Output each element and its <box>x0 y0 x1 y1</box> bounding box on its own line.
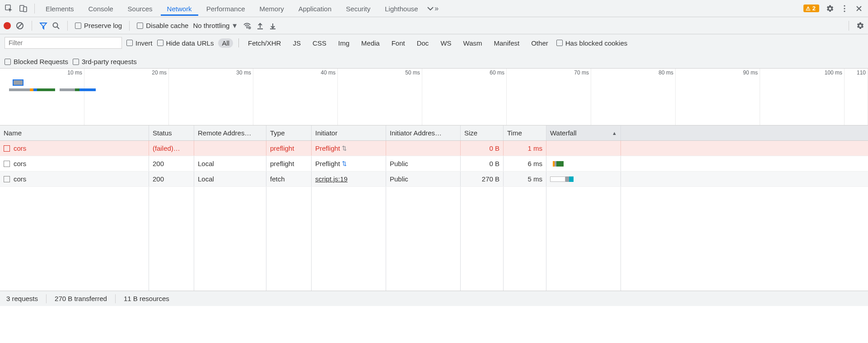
col-status[interactable]: Status <box>149 125 194 140</box>
third-party-checkbox[interactable]: 3rd-party requests <box>73 58 137 65</box>
request-size: 0 B <box>461 141 504 156</box>
request-status: 200 <box>149 172 194 186</box>
col-remote[interactable]: Remote Addres… <box>194 125 266 140</box>
disable-cache-checkbox[interactable]: Disable cache <box>137 22 188 29</box>
svg-point-4 <box>844 8 845 9</box>
type-filter-fetchxhr[interactable]: Fetch/XHR <box>244 38 285 48</box>
overview-bar <box>33 88 37 91</box>
table-row[interactable]: cors 200 Local fetch script.js:19 Public… <box>0 172 868 187</box>
settings-icon[interactable] <box>824 2 836 15</box>
ov-tick: 50 ms <box>405 70 420 76</box>
filter-input[interactable] <box>5 37 122 49</box>
col-initiator[interactable]: Initiator <box>312 125 386 140</box>
col-waterfall-pad <box>621 125 868 140</box>
tab-application[interactable]: Application <box>292 1 338 16</box>
divider <box>34 4 35 14</box>
has-blocked-cookies-label: Has blocked cookies <box>565 39 628 47</box>
tab-performance[interactable]: Performance <box>200 1 252 16</box>
col-initiator-addr[interactable]: Initiator Addres… <box>386 125 461 140</box>
filter-toggle-icon[interactable] <box>39 22 47 30</box>
request-initiator[interactable]: script.js:19 <box>312 172 386 186</box>
warning-icon: ⚠ <box>806 5 811 12</box>
type-filter-ws[interactable]: WS <box>437 38 455 48</box>
overview-bar <box>60 88 75 91</box>
tab-memory[interactable]: Memory <box>253 1 290 16</box>
col-time[interactable]: Time <box>504 125 546 140</box>
svg-line-9 <box>57 27 60 29</box>
request-type: preflight <box>266 156 312 171</box>
more-tabs-icon[interactable]: » <box>426 2 439 15</box>
svg-line-7 <box>18 23 22 28</box>
has-blocked-cookies-checkbox[interactable]: Has blocked cookies <box>556 39 628 47</box>
divider <box>849 21 849 31</box>
type-filter-wasm[interactable]: Wasm <box>460 38 486 48</box>
request-waterfall <box>546 141 621 156</box>
tab-network[interactable]: Network <box>161 1 198 16</box>
third-party-label: 3rd-party requests <box>82 58 137 65</box>
download-har-icon[interactable] <box>269 22 277 30</box>
tab-elements[interactable]: Elements <box>39 1 80 16</box>
request-initiator-addr: Public <box>386 156 461 171</box>
svg-point-3 <box>844 5 845 6</box>
issues-badge[interactable]: ⚠ 2 <box>803 5 819 12</box>
hide-data-urls-checkbox[interactable]: Hide data URLs <box>157 39 214 47</box>
overview-selection[interactable] <box>13 79 23 86</box>
overview-bar <box>37 88 55 91</box>
network-conditions-icon[interactable] <box>243 21 252 30</box>
ov-tick: 80 ms <box>658 70 673 76</box>
preserve-log-checkbox[interactable]: Preserve log <box>75 22 122 29</box>
type-filter-all[interactable]: All <box>218 38 233 48</box>
col-waterfall[interactable]: Waterfall▲ <box>546 125 621 140</box>
preflight-swap-icon: ⇅ <box>342 160 347 167</box>
tab-security[interactable]: Security <box>340 1 377 16</box>
request-initiator[interactable]: Preflight ⇅ <box>312 156 386 171</box>
table-row[interactable]: cors (failed)… preflight Preflight ⇅ 0 B… <box>0 141 868 156</box>
ov-tick: 60 ms <box>490 70 504 76</box>
network-settings-icon[interactable] <box>856 22 864 30</box>
kebab-menu-icon[interactable] <box>838 2 851 15</box>
ov-tick: 90 ms <box>743 70 758 76</box>
throttling-select[interactable]: No throttling ▼ <box>193 22 238 29</box>
tab-lighthouse[interactable]: Lighthouse <box>378 1 424 16</box>
device-toolbar-icon[interactable] <box>17 2 30 15</box>
tab-console[interactable]: Console <box>82 1 120 16</box>
upload-har-icon[interactable] <box>256 22 264 30</box>
tab-sources[interactable]: Sources <box>121 1 159 16</box>
request-remote: Local <box>194 156 266 171</box>
type-filter-doc[interactable]: Doc <box>413 38 433 48</box>
blocked-requests-checkbox[interactable]: Blocked Requests <box>5 58 68 65</box>
request-status: (failed)… <box>149 141 194 156</box>
type-filter-other[interactable]: Other <box>527 38 552 48</box>
col-type[interactable]: Type <box>266 125 312 140</box>
type-filter-js[interactable]: JS <box>289 38 304 48</box>
record-button[interactable] <box>4 22 11 29</box>
request-type: fetch <box>266 172 312 186</box>
type-filter-img[interactable]: Img <box>335 38 353 48</box>
type-filter-css[interactable]: CSS <box>309 38 330 48</box>
file-icon <box>4 176 10 182</box>
type-filter-manifest[interactable]: Manifest <box>490 38 523 48</box>
close-devtools-icon[interactable] <box>853 2 865 15</box>
request-time: 5 ms <box>504 172 546 186</box>
svg-point-10 <box>247 27 247 28</box>
request-size: 270 B <box>461 172 504 186</box>
type-filter-media[interactable]: Media <box>358 38 383 48</box>
status-bar: 3 requests 270 B transferred 11 B resour… <box>0 291 868 306</box>
ov-tick: 20 ms <box>152 70 167 76</box>
col-size[interactable]: Size <box>461 125 504 140</box>
clear-icon[interactable] <box>15 21 24 30</box>
table-row[interactable]: cors 200 Local preflight Preflight ⇅ Pub… <box>0 156 868 172</box>
search-icon[interactable] <box>52 22 60 30</box>
request-initiator[interactable]: Preflight ⇅ <box>312 141 386 156</box>
timeline-overview[interactable]: 10 ms 20 ms 30 ms 40 ms 50 ms 60 ms 70 m… <box>0 69 868 125</box>
status-requests: 3 requests <box>6 295 38 302</box>
col-name[interactable]: Name <box>0 125 149 140</box>
inspect-element-icon[interactable] <box>3 2 15 15</box>
invert-checkbox[interactable]: Invert <box>126 39 153 47</box>
hide-data-urls-label: Hide data URLs <box>166 39 214 47</box>
divider <box>32 21 32 31</box>
request-status: 200 <box>149 156 194 171</box>
divider <box>238 38 239 47</box>
devtools-tabbar: Elements Console Sources Network Perform… <box>0 0 868 17</box>
type-filter-font[interactable]: Font <box>388 38 409 48</box>
